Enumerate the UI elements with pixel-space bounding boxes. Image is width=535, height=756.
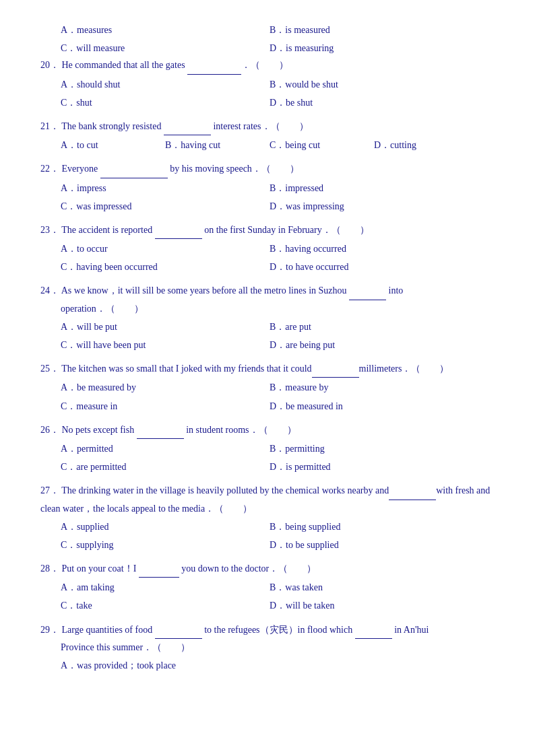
q29-blank2[interactable]: [355, 621, 392, 639]
q28-optA: A．am taking: [61, 579, 270, 596]
q28-options-1: A．am taking B．was taken: [61, 579, 495, 596]
q25-number: 25．: [40, 364, 59, 374]
question-29: 29． Large quantities of food to the refu…: [40, 621, 495, 675]
exam-content: A．measures B．is measured C．will measure …: [40, 22, 495, 674]
q21-optD: D．cutting: [374, 137, 478, 153]
q28-text: Put on your coat！I you down to the docto…: [62, 563, 317, 574]
q29-number: 29．: [40, 625, 59, 635]
q22-optC: C．was impressed: [61, 198, 270, 215]
q26-optC: C．are permitted: [61, 458, 270, 475]
question-21: 21． The bank strongly resisted interest …: [40, 118, 495, 153]
q26-options-2: C．are permitted D．is permitted: [61, 458, 495, 475]
q25-options-2: C．measure in D．be measured in: [61, 398, 495, 415]
q26-options-1: A．permitted B．permitting: [61, 440, 495, 457]
q27-optD: D．to be supplied: [270, 537, 478, 553]
q23-number: 23．: [40, 225, 59, 235]
q27-blank[interactable]: [389, 482, 436, 500]
question-28: 28． Put on your coat！I you down to the d…: [40, 560, 495, 615]
q25-options-1: A．be measured by B．measure by: [61, 379, 495, 396]
q21-optB: B．having cut: [165, 137, 270, 153]
q26-optA: A．permitted: [61, 440, 270, 457]
q20-optB: B．would be shut: [270, 76, 478, 93]
q27-options-1: A．supplied B．being supplied: [61, 518, 495, 535]
question-26: 26． No pets except fish in student rooms…: [40, 421, 495, 476]
q27-optA: A．supplied: [61, 518, 270, 535]
question-24: 24． As we know，it will sill be some year…: [40, 282, 495, 353]
q27-number: 27．: [40, 485, 59, 495]
q28-optD: D．will be taken: [270, 597, 478, 614]
option-d-is-measuring: D．is measuring: [270, 40, 478, 57]
q28-optB: B．was taken: [270, 579, 478, 596]
q25-optD: D．be measured in: [270, 398, 478, 415]
q24-number: 24．: [40, 285, 59, 296]
question-20: 20． He commanded that all the gates ．（ ）…: [40, 57, 495, 111]
q23-optB: B．having occurred: [270, 240, 478, 257]
q20-optC: C．shut: [61, 94, 270, 111]
q26-optB: B．permitting: [270, 440, 478, 457]
q21-optC: C．being cut: [270, 137, 374, 153]
question-23: 23． The accident is reported on the firs…: [40, 221, 495, 276]
q22-text: Everyone by his moving speech．（ ）: [62, 164, 299, 174]
q28-blank[interactable]: [139, 560, 179, 578]
q24-optA: A．will be put: [61, 318, 270, 335]
q20-number: 20．: [40, 60, 59, 70]
q25-optC: C．measure in: [61, 398, 270, 415]
q24-options-1: A．will be put B．are put: [61, 318, 495, 335]
top-row-1: A．measures B．is measured: [61, 22, 495, 38]
q26-text: No pets except fish in student rooms．（ ）: [62, 425, 296, 435]
q25-blank[interactable]: [312, 360, 359, 378]
q26-blank[interactable]: [137, 421, 184, 439]
q22-number: 22．: [40, 164, 59, 174]
q23-optA: A．to occur: [61, 240, 270, 257]
q22-options-1: A．impress B．impressed: [61, 180, 495, 197]
q29-text: Large quantities of food to the refugees…: [62, 625, 429, 635]
option-a-measures: A．measures: [61, 22, 270, 38]
q29-blank1[interactable]: [155, 621, 202, 639]
q21-options: A．to cut B．having cut C．being cut D．cutt…: [61, 137, 495, 153]
q23-optC: C．having been occurred: [61, 259, 270, 275]
q21-text: The bank strongly resisted interest rate…: [61, 121, 308, 131]
q28-optC: C．take: [61, 597, 270, 614]
q29-options-1: A．was provided；took place: [61, 657, 495, 674]
q23-options-2: C．having been occurred D．to have occurre…: [61, 259, 495, 275]
option-c-will-measure: C．will measure: [61, 40, 270, 57]
q24-optD: D．are being put: [270, 337, 478, 353]
q23-blank[interactable]: [155, 221, 202, 239]
q22-blank[interactable]: [100, 160, 168, 178]
q26-number: 26．: [40, 425, 59, 435]
top-row-2: C．will measure D．is measuring: [61, 40, 495, 57]
q28-options-2: C．take D．will be taken: [61, 597, 495, 614]
q29-continuation: Province this summer．（ ）: [61, 639, 495, 656]
q24-optB: B．are put: [270, 318, 478, 335]
q24-optC: C．will have been put: [61, 337, 270, 353]
q25-optA: A．be measured by: [61, 379, 270, 396]
question-27: 27． The drinking water in the village is…: [40, 482, 495, 553]
q24-text: As we know，it will sill be some years be…: [61, 285, 404, 296]
q25-optB: B．measure by: [270, 379, 478, 396]
q24-blank[interactable]: [349, 282, 386, 300]
q24-options-2: C．will have been put D．are being put: [61, 337, 495, 353]
q27-options-2: C．supplying D．to be supplied: [61, 537, 495, 553]
q20-optD: D．be shut: [270, 94, 478, 111]
q26-optD: D．is permitted: [270, 458, 478, 475]
q22-optB: B．impressed: [270, 180, 478, 197]
q29-optA: A．was provided；took place: [61, 657, 176, 674]
q22-optA: A．impress: [61, 180, 270, 197]
question-22: 22． Everyone by his moving speech．（ ） A．…: [40, 160, 495, 215]
q20-options-1: A．should shut B．would be shut: [61, 76, 495, 93]
q27-optC: C．supplying: [61, 537, 270, 553]
q20-options-2: C．shut D．be shut: [61, 94, 495, 111]
q20-optA: A．should shut: [61, 76, 270, 93]
q25-text: The kitchen was so small that I joked wi…: [61, 364, 449, 374]
q27-text: The drinking water in the village is hea…: [40, 485, 490, 513]
q23-options-1: A．to occur B．having occurred: [61, 240, 495, 257]
q23-text: The accident is reported on the first Su…: [61, 225, 369, 235]
q20-text: He commanded that all the gates ．（ ）: [62, 60, 289, 70]
q22-optD: D．was impressing: [270, 198, 478, 215]
question-25: 25． The kitchen was so small that I joke…: [40, 360, 495, 415]
q21-number: 21．: [40, 121, 59, 131]
q21-optA: A．to cut: [61, 137, 165, 153]
option-b-is-measured: B．is measured: [270, 22, 478, 38]
q21-blank[interactable]: [164, 118, 211, 135]
q20-blank[interactable]: [187, 57, 241, 74]
